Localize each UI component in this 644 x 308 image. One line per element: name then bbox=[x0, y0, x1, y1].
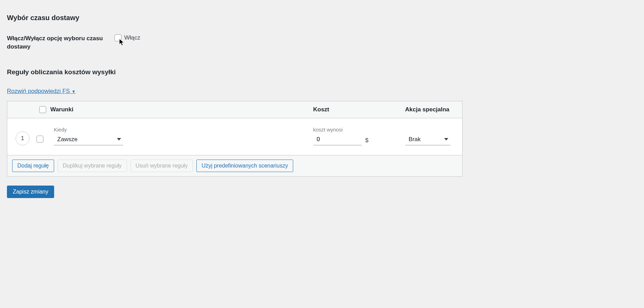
currency-symbol: $ bbox=[365, 137, 368, 145]
delivery-time-toggle-row: Włącz/Wyłącz opcję wyboru czasu dostawy … bbox=[7, 34, 637, 51]
chevron-down-icon bbox=[117, 138, 121, 140]
header-conditions: Warunki bbox=[50, 101, 310, 118]
cost-label: koszt wynosi bbox=[313, 127, 398, 132]
delete-rules-button[interactable]: Usuń wybrane reguły bbox=[130, 160, 193, 172]
header-special-action: Akcja specjalna bbox=[402, 101, 463, 118]
duplicate-rules-button[interactable]: Duplikuj wybrane reguły bbox=[58, 160, 127, 172]
shipping-rules-section-title: Reguły obliczania kosztów wysyłki bbox=[7, 68, 637, 76]
chevron-down-icon bbox=[444, 138, 448, 140]
save-changes-button[interactable]: Zapisz zmiany bbox=[7, 186, 54, 198]
predefined-scenarios-button[interactable]: Użyj predefiniowanych scenariuszy bbox=[196, 160, 293, 172]
delivery-time-toggle-control: Włącz bbox=[115, 34, 140, 41]
expand-hints-text: Rozwiń podpowiedzi FS bbox=[7, 88, 70, 94]
cost-input[interactable] bbox=[313, 135, 362, 145]
add-rule-button[interactable]: Dodaj regułę bbox=[12, 160, 54, 172]
header-drag-column bbox=[7, 101, 33, 118]
delivery-time-checkbox-text: Włącz bbox=[124, 34, 140, 41]
delivery-time-checkbox[interactable] bbox=[115, 34, 121, 41]
when-select[interactable]: Zawsze bbox=[54, 135, 123, 145]
header-check-column bbox=[33, 101, 50, 118]
special-action-select[interactable]: Brak bbox=[405, 135, 450, 145]
when-label: Kiedy bbox=[54, 127, 306, 132]
header-cost: Koszt bbox=[310, 101, 402, 118]
rule-row: 1 Kiedy Zawsze koszt wynosi $ bbox=[7, 118, 463, 155]
when-select-value: Zawsze bbox=[57, 136, 78, 143]
select-all-checkbox[interactable] bbox=[39, 106, 46, 113]
rule-number-badge[interactable]: 1 bbox=[16, 131, 29, 145]
delivery-time-toggle-label: Włącz/Wyłącz opcję wyboru czasu dostawy bbox=[7, 34, 115, 51]
delivery-time-section-title: Wybór czasu dostawy bbox=[7, 14, 637, 22]
rule-row-checkbox[interactable] bbox=[36, 136, 43, 143]
shipping-rules-table: Warunki Koszt Akcja specjalna 1 Kiedy Za… bbox=[7, 101, 463, 177]
expand-hints-link[interactable]: Rozwiń podpowiedzi FS ▼ bbox=[7, 88, 76, 95]
special-action-value: Brak bbox=[409, 136, 421, 143]
chevron-down-icon: ▼ bbox=[71, 89, 76, 94]
